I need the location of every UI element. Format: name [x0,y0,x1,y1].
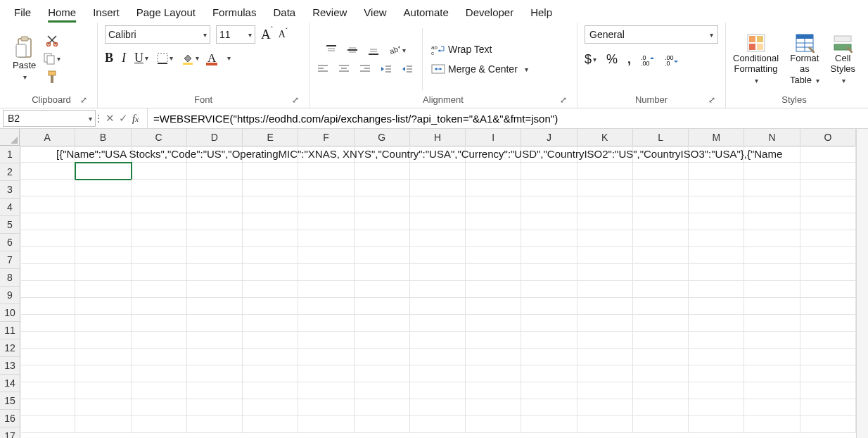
cell-M10[interactable] [689,298,744,315]
cell-A10[interactable] [20,298,75,315]
cell-J2[interactable] [521,163,577,180]
cell-E7[interactable] [243,247,298,264]
cell-D9[interactable] [187,281,243,298]
cell-G9[interactable] [355,281,410,298]
cell-C8[interactable] [132,264,187,281]
cell-N14[interactable] [744,365,800,382]
cell-N1[interactable] [744,146,800,163]
cell-L13[interactable] [633,349,689,365]
cell-D1[interactable] [187,146,243,163]
cell-B15[interactable] [75,382,131,399]
cell-J16[interactable] [521,399,577,416]
cell-F1[interactable] [298,146,354,163]
cell-H15[interactable] [410,382,466,399]
cell-B13[interactable] [75,349,131,365]
cell-C11[interactable] [132,315,187,332]
cell-C5[interactable] [132,213,187,230]
font-launcher[interactable]: ⤢ [291,95,300,105]
cell-N15[interactable] [744,382,800,399]
cell-A8[interactable] [20,264,75,281]
column-header-E[interactable]: E [243,129,298,146]
cell-G14[interactable] [355,365,410,382]
menu-developer[interactable]: Developer [457,4,522,20]
cell-O10[interactable] [800,298,856,315]
formula-input[interactable] [147,108,868,128]
row-header-5[interactable]: 5 [0,216,20,234]
cell-C3[interactable] [132,180,187,196]
column-header-H[interactable]: H [410,129,466,146]
cell-K12[interactable] [577,332,633,349]
cells-area[interactable] [20,146,856,438]
column-header-D[interactable]: D [187,129,243,146]
cell-F8[interactable] [298,264,354,281]
cell-C10[interactable] [132,298,187,315]
cell-O5[interactable] [800,213,856,230]
fill-color-button[interactable]: ▾ [181,52,199,65]
cell-E15[interactable] [243,382,298,399]
cell-I10[interactable] [466,298,521,315]
cell-L4[interactable] [633,196,689,213]
cell-B8[interactable] [75,264,131,281]
cell-I2[interactable] [466,163,521,180]
cell-E6[interactable] [243,230,298,247]
number-format-select[interactable]: General▾ [585,25,718,44]
cell-F13[interactable] [298,349,354,365]
cell-E16[interactable] [243,399,298,416]
cell-J6[interactable] [521,230,577,247]
cell-E12[interactable] [243,332,298,349]
row-header-7[interactable]: 7 [0,251,20,269]
cell-N12[interactable] [744,332,800,349]
cell-E1[interactable] [243,146,298,163]
cell-D4[interactable] [187,196,243,213]
menu-help[interactable]: Help [522,4,561,20]
cell-A1[interactable] [20,146,75,163]
cell-A2[interactable] [20,163,75,180]
row-header-15[interactable]: 15 [0,392,20,410]
row-header-12[interactable]: 12 [0,339,20,357]
cell-K6[interactable] [577,230,633,247]
cell-E14[interactable] [243,365,298,382]
cell-L5[interactable] [633,213,689,230]
cell-O13[interactable] [800,349,856,365]
font-color-button[interactable]: A ▾ [208,51,231,65]
cell-D14[interactable] [187,365,243,382]
cell-L12[interactable] [633,332,689,349]
cell-B1[interactable] [75,146,131,163]
cell-O2[interactable] [800,163,856,180]
cell-K8[interactable] [577,264,633,281]
cell-M8[interactable] [689,264,744,281]
menu-formulas[interactable]: Formulas [204,4,265,20]
cell-A17[interactable] [20,416,75,433]
cell-N4[interactable] [744,196,800,213]
row-header-13[interactable]: 13 [0,357,20,375]
cell-C2[interactable] [132,163,187,180]
cell-G16[interactable] [355,399,410,416]
cell-B10[interactable] [75,298,131,315]
cell-J8[interactable] [521,264,577,281]
cell-L9[interactable] [633,281,689,298]
cell-M6[interactable] [689,230,744,247]
cell-K15[interactable] [577,382,633,399]
cell-A6[interactable] [20,230,75,247]
cell-B2[interactable] [75,163,131,180]
cell-N5[interactable] [744,213,800,230]
cell-O6[interactable] [800,230,856,247]
cell-styles-button[interactable]: Cell Styles ▾ [831,33,855,86]
row-header-3[interactable]: 3 [0,181,20,199]
cell-B17[interactable] [75,416,131,433]
cell-M9[interactable] [689,281,744,298]
align-middle-button[interactable] [346,44,359,56]
cell-E5[interactable] [243,213,298,230]
cell-C16[interactable] [132,399,187,416]
cell-M14[interactable] [689,365,744,382]
cell-F7[interactable] [298,247,354,264]
cell-K11[interactable] [577,315,633,332]
cell-A14[interactable] [20,365,75,382]
cell-A16[interactable] [20,399,75,416]
cell-C14[interactable] [132,365,187,382]
conditional-formatting-button[interactable]: Conditional Formatting ▾ [733,33,779,86]
cell-L6[interactable] [633,230,689,247]
cell-M3[interactable] [689,180,744,196]
cell-D16[interactable] [187,399,243,416]
font-name-select[interactable]: Calibri▾ [105,25,210,44]
